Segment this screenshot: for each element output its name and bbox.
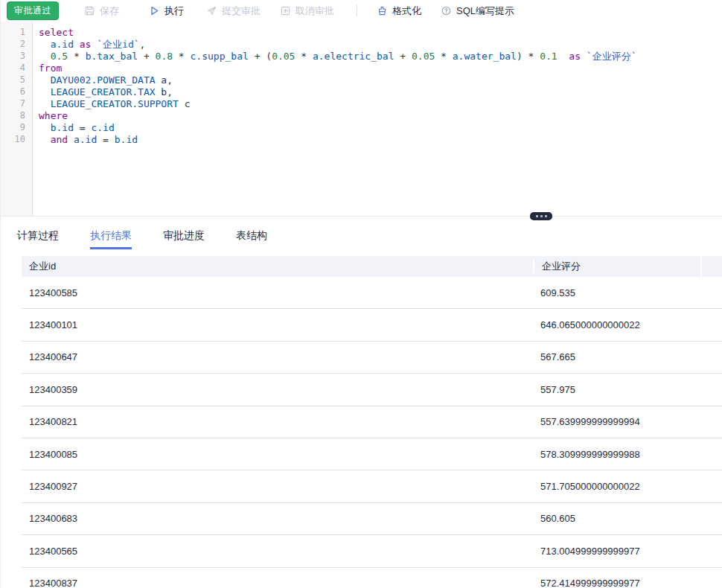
toolbar-divider — [357, 5, 357, 16]
cancel-approval-button[interactable]: 取消审批 — [280, 4, 334, 18]
line-number: 9 — [1, 122, 32, 134]
code-line[interactable]: LEAGUE_CREATOR.TAX b, — [39, 86, 722, 98]
drag-handle[interactable] — [530, 212, 552, 220]
editor-code[interactable]: select a.id as `企业id`, 0.5 * b.tax_bal +… — [33, 22, 722, 216]
column-header-score: 企业评分 — [533, 260, 700, 273]
line-number: 8 — [1, 110, 32, 122]
format-button[interactable]: 格式化 — [377, 4, 421, 18]
table-cell: 123400927 — [22, 481, 533, 492]
submit-approval-button[interactable]: 提交审批 — [206, 4, 261, 18]
line-number: 2 — [1, 39, 32, 51]
save-label: 保存 — [100, 4, 119, 18]
table-cell: 123400101 — [22, 319, 533, 330]
code-line[interactable]: where — [39, 110, 722, 122]
approval-status-badge: 审批通过 — [7, 1, 59, 20]
table-cell: 123400647 — [22, 351, 533, 362]
table-cell: 571.705000000000022 — [533, 481, 700, 492]
column-header-id: 企业id — [22, 260, 533, 273]
run-label: 执行 — [164, 4, 184, 18]
table-cell: 560.605 — [533, 513, 700, 524]
table-row: 123400359557.975 — [22, 374, 722, 406]
table-cell: 557.639999999999994 — [533, 416, 700, 427]
table-cell: 123400359 — [22, 384, 533, 395]
tab-1[interactable]: 执行结果 — [90, 225, 132, 249]
table-row: 123400101646.065000000000022 — [22, 309, 722, 341]
table-cell: 713.004999999999977 — [533, 546, 700, 557]
table-cell: 123400821 — [22, 416, 533, 427]
sql-editor[interactable]: 12345678910 select a.id as `企业id`, 0.5 *… — [1, 22, 722, 216]
tab-0[interactable]: 计算过程 — [17, 225, 59, 249]
format-brush-icon — [377, 5, 388, 16]
line-number: 4 — [1, 63, 32, 74]
table-cell: 609.535 — [533, 287, 700, 298]
table-cell: 123400085 — [22, 449, 533, 460]
run-button[interactable]: 执行 — [149, 4, 184, 18]
tab-2[interactable]: 审批进度 — [163, 225, 205, 249]
result-table-header: 企业id 企业评分 — [22, 256, 722, 277]
table-row: 123400565713.004999999999977 — [22, 535, 722, 567]
undo-icon — [280, 5, 291, 16]
code-line[interactable]: a.id as `企业id`, — [39, 39, 722, 51]
table-cell: 646.065000000000022 — [533, 319, 700, 330]
code-line[interactable]: and a.id = b.id — [39, 134, 722, 146]
help-circle-icon — [441, 5, 452, 16]
sql-hint-button[interactable]: SQL编写提示 — [441, 4, 514, 18]
result-table-body: 123400585609.535123400101646.06500000000… — [22, 277, 722, 588]
format-label: 格式化 — [392, 4, 421, 18]
code-line[interactable]: DAYU002.POWER_DATA a, — [39, 74, 722, 86]
table-cell: 123400837 — [22, 578, 533, 588]
result-table: 企业id 企业评分 123400585609.535123400101646.0… — [22, 256, 722, 588]
table-cell: 557.975 — [533, 384, 700, 395]
table-row: 123400585609.535 — [22, 277, 722, 309]
table-cell: 578.309999999999988 — [533, 449, 700, 460]
table-row: 123400837572.414999999999977 — [22, 568, 722, 588]
result-tabs: 计算过程执行结果审批进度表结构 — [1, 225, 722, 249]
send-icon — [206, 5, 217, 16]
panel-splitter — [1, 216, 722, 225]
column-header-spacer — [700, 256, 721, 277]
code-line[interactable]: LEAGUE_CREATOR.SUPPORT c — [39, 98, 722, 110]
code-line[interactable]: from — [39, 63, 722, 74]
line-number: 1 — [1, 27, 32, 39]
tab-3[interactable]: 表结构 — [236, 225, 267, 249]
table-row: 123400683560.605 — [22, 503, 722, 535]
sql-workbench: 审批通过 保存 执行 提交审 — [0, 0, 722, 588]
sql-hint-label: SQL编写提示 — [456, 4, 514, 18]
table-row: 123400821557.639999999999994 — [22, 406, 722, 438]
table-row: 123400647567.665 — [22, 342, 722, 374]
table-cell: 572.414999999999977 — [533, 578, 700, 588]
save-icon — [84, 5, 95, 16]
table-cell: 567.665 — [533, 351, 700, 362]
play-icon — [149, 5, 160, 16]
cancel-approval-label: 取消审批 — [295, 4, 334, 18]
code-line[interactable]: b.id = c.id — [39, 122, 722, 134]
table-cell: 123400585 — [22, 287, 533, 298]
save-button[interactable]: 保存 — [84, 4, 119, 18]
table-cell: 123400683 — [22, 513, 533, 524]
toolbar: 审批通过 保存 执行 提交审 — [1, 0, 722, 22]
submit-approval-label: 提交审批 — [222, 4, 261, 18]
line-number: 10 — [1, 134, 32, 146]
code-line[interactable]: 0.5 * b.tax_bal + 0.8 * c.supp_bal + (0.… — [39, 51, 722, 63]
editor-gutter: 12345678910 — [1, 22, 33, 216]
table-row: 123400085578.309999999999988 — [22, 438, 722, 470]
line-number: 7 — [1, 98, 32, 110]
line-number: 3 — [1, 51, 32, 63]
line-number: 6 — [1, 86, 32, 98]
code-line[interactable]: select — [39, 27, 722, 39]
table-row: 123400927571.705000000000022 — [22, 470, 722, 502]
line-number: 5 — [1, 74, 32, 86]
table-cell: 123400565 — [22, 546, 533, 557]
